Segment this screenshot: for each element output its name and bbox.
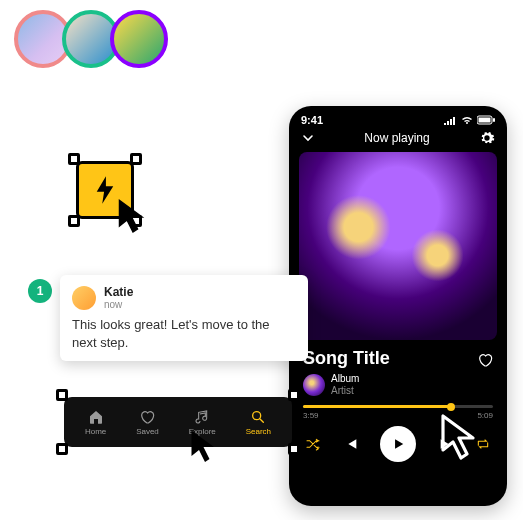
comment-time: now	[104, 299, 133, 310]
nav-label: Saved	[136, 427, 159, 436]
heart-icon	[139, 409, 155, 425]
bottom-navbar: Home Saved Explore Search	[64, 397, 292, 447]
status-icons	[443, 115, 495, 125]
album-name: Album	[331, 373, 359, 385]
resize-handle[interactable]	[56, 389, 68, 401]
album-thumb	[303, 374, 325, 396]
chevron-down-icon[interactable]	[301, 131, 315, 145]
time-duration: 5:09	[477, 411, 493, 420]
cursor-icon	[118, 199, 148, 235]
wifi-icon	[460, 115, 474, 125]
resize-handle[interactable]	[68, 215, 80, 227]
comment-card[interactable]: Katie now This looks great! Let's move t…	[60, 275, 308, 361]
search-icon	[250, 409, 266, 425]
previous-icon[interactable]	[343, 436, 359, 452]
now-playing-label: Now playing	[364, 131, 429, 145]
nav-label: Search	[246, 427, 271, 436]
gear-icon[interactable]	[479, 130, 495, 146]
comment-badge[interactable]: 1	[28, 279, 52, 303]
shuffle-icon[interactable]	[305, 436, 321, 452]
repeat-icon[interactable]	[475, 436, 491, 452]
music-icon	[194, 409, 210, 425]
battery-icon	[477, 115, 495, 125]
cursor-icon	[190, 429, 220, 465]
resize-handle[interactable]	[288, 443, 300, 455]
avatar[interactable]	[110, 10, 168, 68]
song-title: Song Title	[303, 348, 390, 369]
artist-name: Artist	[331, 385, 359, 397]
time-elapsed: 3:59	[303, 411, 319, 420]
next-icon[interactable]	[438, 436, 454, 452]
svg-point-3	[253, 411, 261, 419]
status-bar: 9:41	[289, 106, 507, 128]
svg-rect-2	[493, 118, 495, 122]
play-button[interactable]	[380, 426, 416, 462]
selected-navbar-widget[interactable]: Home Saved Explore Search	[60, 393, 296, 451]
nav-label: Home	[85, 427, 106, 436]
phone-mockup: 9:41 Now playing Song Title Album Artist	[289, 106, 507, 506]
nav-search[interactable]: Search	[246, 409, 271, 436]
player-controls	[289, 422, 507, 472]
signal-icon	[443, 115, 457, 125]
collaborator-avatars	[14, 10, 168, 68]
player-topbar: Now playing	[289, 128, 507, 152]
song-meta: Song Title Album Artist	[303, 348, 390, 397]
avatar	[72, 286, 96, 310]
resize-handle[interactable]	[68, 153, 80, 165]
resize-handle[interactable]	[56, 443, 68, 455]
comment-author: Katie	[104, 285, 133, 299]
home-icon	[88, 409, 104, 425]
nav-home[interactable]: Home	[85, 409, 106, 436]
selected-bolt-widget[interactable]	[72, 157, 138, 223]
heart-icon[interactable]	[477, 352, 493, 368]
album-artwork	[299, 152, 497, 340]
progress-bar[interactable]: 3:59 5:09	[289, 401, 507, 422]
status-time: 9:41	[301, 114, 323, 126]
nav-saved[interactable]: Saved	[136, 409, 159, 436]
bolt-icon	[94, 176, 116, 204]
comment-body: This looks great! Let's move to the next…	[72, 316, 296, 351]
svg-rect-1	[479, 118, 491, 123]
resize-handle[interactable]	[288, 389, 300, 401]
play-icon	[391, 437, 405, 451]
resize-handle[interactable]	[130, 153, 142, 165]
